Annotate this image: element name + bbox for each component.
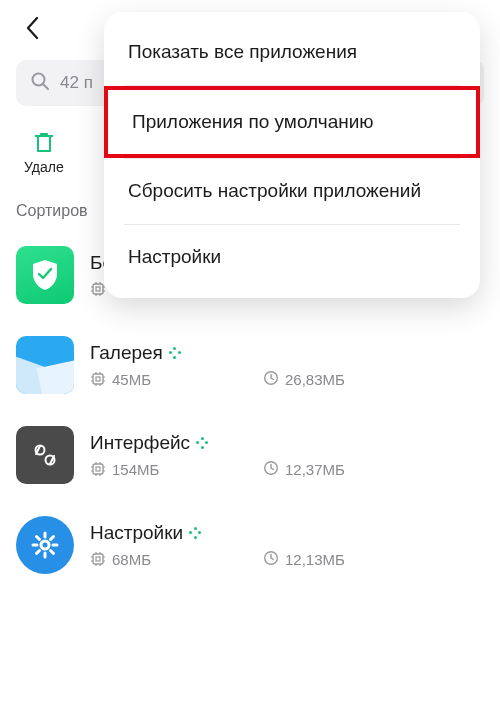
svg-rect-3 xyxy=(96,287,100,291)
svg-point-13 xyxy=(41,541,49,549)
svg-rect-23 xyxy=(96,557,100,561)
clock-icon xyxy=(263,370,279,389)
app-row[interactable]: Интерфейс 154МБ 12,37МБ xyxy=(16,410,484,500)
toolbar-label: Удале xyxy=(24,159,64,175)
toolbar-uninstall[interactable]: Удале xyxy=(16,125,72,179)
running-indicator-icon xyxy=(196,437,208,449)
app-name: Галерея xyxy=(90,342,163,364)
overflow-menu: Показать все приложения Приложения по ум… xyxy=(104,12,480,298)
search-icon xyxy=(30,71,50,96)
app-data: 12,13МБ xyxy=(285,551,345,568)
menu-item-default-apps[interactable]: Приложения по умолчанию xyxy=(104,86,480,159)
app-row[interactable]: Галерея 45МБ 26,83МБ xyxy=(16,320,484,410)
app-name: Интерфейс xyxy=(90,432,190,454)
app-data: 26,83МБ xyxy=(285,371,345,388)
chip-icon xyxy=(90,551,106,567)
app-storage: 154МБ xyxy=(112,461,159,478)
running-indicator-icon xyxy=(189,527,201,539)
svg-rect-6 xyxy=(96,377,100,381)
svg-rect-5 xyxy=(93,374,103,384)
app-icon-settings xyxy=(16,516,74,574)
app-icon-gallery xyxy=(16,336,74,394)
svg-line-20 xyxy=(51,537,54,540)
svg-rect-22 xyxy=(93,554,103,564)
search-text: 42 п xyxy=(60,73,93,93)
app-icon-security xyxy=(16,246,74,304)
svg-line-18 xyxy=(37,537,40,540)
chevron-left-icon xyxy=(25,16,39,40)
app-row[interactable]: Настройки 68МБ 12,13МБ xyxy=(16,500,484,590)
menu-item-show-all[interactable]: Показать все приложения xyxy=(104,20,480,85)
svg-line-19 xyxy=(51,551,54,554)
app-data: 12,37МБ xyxy=(285,461,345,478)
app-icon-interface xyxy=(16,426,74,484)
svg-point-0 xyxy=(33,73,45,85)
svg-rect-2 xyxy=(93,284,103,294)
trash-icon xyxy=(31,129,57,155)
menu-item-settings[interactable]: Настройки xyxy=(104,225,480,290)
svg-rect-10 xyxy=(93,464,103,474)
back-button[interactable] xyxy=(12,8,52,48)
app-storage: 68МБ xyxy=(112,551,151,568)
menu-item-reset-prefs[interactable]: Сбросить настройки приложений xyxy=(104,159,480,224)
svg-line-21 xyxy=(37,551,40,554)
running-indicator-icon xyxy=(169,347,181,359)
svg-rect-11 xyxy=(96,467,100,471)
clock-icon xyxy=(263,550,279,569)
svg-line-1 xyxy=(44,84,49,89)
clock-icon xyxy=(263,460,279,479)
app-storage: 45МБ xyxy=(112,371,151,388)
app-name: Настройки xyxy=(90,522,183,544)
chip-icon xyxy=(90,461,106,477)
chip-icon xyxy=(90,371,106,387)
